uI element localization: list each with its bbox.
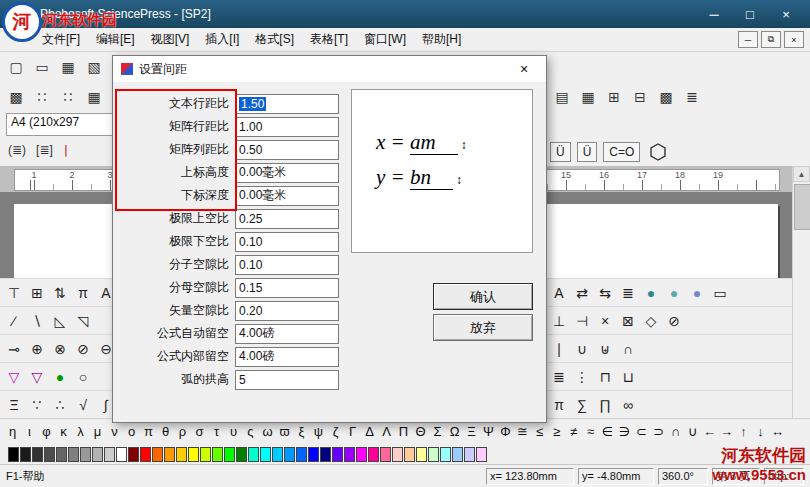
greek-letter-button[interactable]: ⊃ [650,420,667,444]
confirm-button[interactable]: 确认 [433,283,533,310]
benzene-ring-icon[interactable] [646,141,670,163]
menu-item[interactable]: 表格[T] [302,28,356,51]
greek-letter-button[interactable]: ω [259,420,276,444]
menu-item[interactable]: 视图[V] [143,28,198,51]
color-swatch[interactable] [296,447,307,462]
color-swatch[interactable] [176,447,187,462]
menu-item[interactable]: 文件[F] [34,28,88,51]
symbol-icon[interactable]: ⊘ [663,309,685,332]
color-swatch[interactable] [248,447,259,462]
greek-letter-button[interactable]: Δ [361,420,378,444]
grid-icon[interactable]: ∷ [30,86,54,108]
minimize-button[interactable]: ─ [696,0,732,28]
menu-item[interactable]: 窗口[W] [356,28,414,51]
symbol-icon[interactable]: ⊗ [49,337,71,360]
color-swatch[interactable] [44,447,55,462]
color-swatch[interactable] [464,447,475,462]
field-input[interactable]: 0.10 [235,232,339,252]
symbol-icon[interactable]: ∣ [548,337,570,360]
symbol-icon[interactable]: ∞ [617,393,639,416]
symbol-icon[interactable]: ∴ [49,393,71,416]
color-swatch[interactable] [428,447,439,462]
symbol-icon[interactable]: ● [686,281,708,304]
greek-letter-button[interactable]: μ [89,420,106,444]
grid-icon[interactable]: ▦ [576,86,600,108]
greek-letter-button[interactable]: Ψ [480,420,497,444]
color-swatch[interactable] [416,447,427,462]
symbol-icon[interactable]: ◇ [640,309,662,332]
greek-letter-button[interactable]: ν [106,420,123,444]
fence-icon[interactable]: (≣) [4,141,30,159]
color-swatch[interactable] [8,447,19,462]
color-swatch[interactable] [188,447,199,462]
symbol-icon[interactable]: ⊸ [3,337,25,360]
carbonyl-bond-icon[interactable]: C=O [603,142,640,162]
greek-letter-button[interactable]: ← [701,420,718,444]
symbol-icon[interactable]: ⊕ [26,337,48,360]
greek-letter-button[interactable]: ∋ [616,420,633,444]
symbol-icon[interactable]: ≣ [548,365,570,388]
field-input[interactable]: 1.50 [235,94,339,114]
color-swatch[interactable] [128,447,139,462]
greek-letter-button[interactable]: κ [55,420,72,444]
color-swatch[interactable] [68,447,79,462]
symbol-icon[interactable]: ⊓ [594,365,616,388]
greek-letter-button[interactable]: ≠ [565,420,582,444]
color-swatch[interactable] [452,447,463,462]
toolbar-icon[interactable]: ▦ [56,56,80,78]
symbol-icon[interactable]: ● [640,281,662,304]
color-swatch[interactable] [116,447,127,462]
symbol-icon[interactable]: ⊠ [617,309,639,332]
close-button[interactable]: × [768,0,804,28]
field-input[interactable]: 0.00毫米 [235,163,339,183]
symbol-icon[interactable]: ⋮ [571,365,593,388]
greek-letter-button[interactable]: ↔ [769,420,786,444]
symbol-icon[interactable]: ⊥ [548,309,570,332]
menu-item[interactable]: 格式[S] [247,28,302,51]
greek-letter-button[interactable]: λ [72,420,89,444]
field-input[interactable]: 0.15 [235,278,339,298]
greek-letter-button[interactable]: ≅ [514,420,531,444]
field-input[interactable]: 1.00 [235,117,339,137]
color-swatch[interactable] [32,447,43,462]
symbol-icon[interactable]: π [548,393,570,416]
field-input[interactable]: 4.00磅 [235,324,339,344]
symbol-icon[interactable]: ◹ [72,309,94,332]
toolbar-icon[interactable]: ▧ [82,56,106,78]
color-swatch[interactable] [368,447,379,462]
umlaut-u-icon[interactable]: Ü [577,142,598,162]
color-swatch[interactable] [440,447,451,462]
symbol-icon[interactable]: ≣ [617,281,639,304]
grid-icon[interactable]: ∷ [56,86,80,108]
field-input[interactable]: 0.20 [235,301,339,321]
dialog-close-icon[interactable]: × [510,58,538,80]
greek-letter-button[interactable]: Ξ [463,420,480,444]
symbol-icon[interactable]: ⇅ [49,281,71,304]
color-swatch[interactable] [20,447,31,462]
maximize-button[interactable]: □ [732,0,768,28]
color-swatch[interactable] [320,447,331,462]
greek-letter-button[interactable]: ≈ [582,420,599,444]
symbol-icon[interactable]: ◺ [49,309,71,332]
color-swatch[interactable] [164,447,175,462]
symbol-icon[interactable]: ∪ [571,337,593,360]
scroll-up-icon[interactable]: ▲ [793,166,810,182]
greek-letter-button[interactable]: ≥ [548,420,565,444]
symbol-icon[interactable]: ∩ [617,337,639,360]
vertical-scrollbar[interactable]: ▲ ▼ [792,166,810,442]
grid-icon[interactable]: ▦ [82,86,106,108]
greek-letter-button[interactable]: ζ [327,420,344,444]
greek-letter-button[interactable]: τ [208,420,225,444]
color-swatch[interactable] [92,447,103,462]
symbol-icon[interactable]: ⊎ [594,337,616,360]
discard-button[interactable]: 放弃 [433,314,533,341]
symbol-icon[interactable]: π [72,281,94,304]
field-input[interactable]: 0.10 [235,255,339,275]
symbol-icon[interactable]: ● [663,281,685,304]
greek-letter-button[interactable]: π [140,420,157,444]
symbol-icon[interactable]: ⊘ [72,337,94,360]
menu-item[interactable]: 编辑[E] [88,28,143,51]
symbol-icon[interactable]: ⊣ [571,309,593,332]
mdi-restore-button[interactable]: ⧉ [761,31,781,48]
color-swatch[interactable] [212,447,223,462]
